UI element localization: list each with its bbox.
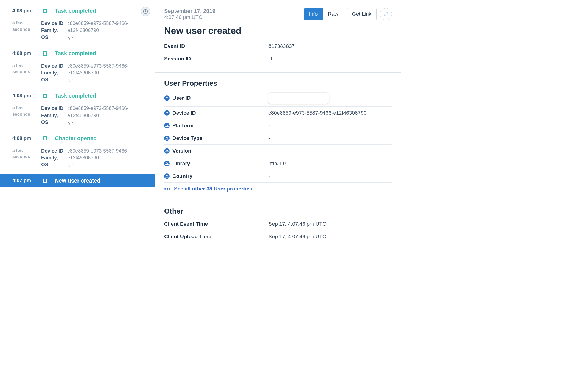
meta-value-family-os: -, - [67, 119, 155, 126]
prop-value: - [268, 148, 392, 154]
event-name: Chapter opened [55, 135, 97, 142]
event-type-icon [43, 9, 55, 13]
timeline-meta: a few seconds Device ID Family, OS c80e8… [0, 60, 155, 90]
prop-value: c80e8859-e973-5587-9466-e12f46306790 [268, 110, 392, 116]
event-type-icon [43, 179, 55, 183]
event-time: 4:08 pm [0, 51, 43, 56]
relative-time: a few seconds [0, 148, 41, 168]
detail-panel: September 17, 2019 4:07:46 pm UTC Info R… [155, 0, 401, 239]
expand-button[interactable] [380, 8, 392, 20]
timeline-meta: a few seconds Device ID Family, OS c80e8… [0, 145, 155, 175]
prop-label: User ID [172, 95, 191, 101]
detail-header: September 17, 2019 4:07:46 pm UTC Info R… [155, 0, 401, 25]
prop-row: Device ID c80e8859-e973-5587-9466-e12f46… [164, 107, 392, 119]
section-heading: User Properties [164, 79, 392, 88]
property-source-icon [164, 173, 170, 179]
meta-value-family-os: -, - [67, 76, 155, 83]
meta-label-device-id: Device ID [41, 105, 65, 112]
prop-row: User ID [164, 90, 392, 107]
prop-row: Event ID 817383837 [164, 40, 392, 52]
property-source-icon [164, 110, 170, 116]
prop-value: 817383837 [268, 43, 392, 49]
prop-value: -1 [268, 56, 392, 62]
timeline-meta-fragment: OS [0, 0, 155, 4]
timeline-event[interactable]: 4:08 pm Task completed [0, 89, 155, 102]
meta-label-family-os: Family, OS [41, 27, 65, 41]
expand-icon [383, 12, 388, 16]
prop-label: Client Upload Time [164, 234, 268, 239]
prop-value: - [268, 135, 392, 141]
event-type-icon [43, 51, 55, 56]
relative-time: a few seconds [0, 63, 41, 84]
app-container: OS 4:08 pm Task completed a few seconds … [0, 0, 401, 239]
get-link-button[interactable]: Get Link [347, 8, 377, 20]
meta-label-device-id: Device ID [41, 63, 65, 70]
property-source-icon [164, 161, 170, 166]
prop-row: Device Type - [164, 132, 392, 145]
detail-date: September 17, 2019 [164, 8, 215, 14]
timeline-panel: OS 4:08 pm Task completed a few seconds … [0, 0, 155, 239]
prop-value: Sep 17, 4:07:46 pm UTC [268, 234, 392, 239]
relative-time: a few seconds [0, 105, 41, 126]
other-section: Other Client Event Time Sep 17, 4:07:46 … [155, 200, 401, 239]
prop-row: Client Event Time Sep 17, 4:07:46 pm UTC [164, 218, 392, 230]
relative-time [0, 0, 43, 2]
prop-value: - [268, 173, 392, 179]
prop-label: Platform [172, 123, 194, 129]
property-source-icon [164, 136, 170, 141]
prop-label: Version [172, 148, 191, 154]
event-time: 4:07 pm [0, 178, 43, 184]
see-all-label: See all other 38 User properties [174, 186, 252, 192]
see-all-user-properties[interactable]: ••• See all other 38 User properties [164, 182, 392, 193]
tab-info[interactable]: Info [304, 8, 323, 20]
meta-value-family-os: -, - [67, 161, 155, 168]
info-raw-toggle: Info Raw [304, 8, 344, 20]
prop-value: Sep 17, 4:07:46 pm UTC [268, 221, 392, 227]
prop-row: Library http/1.0 [164, 157, 392, 170]
meta-value-device-id: c80e8859-e973-5587-9466-e12f46306790 [67, 63, 155, 76]
clock-icon-button[interactable] [141, 7, 150, 16]
event-name: New user created [55, 178, 100, 184]
meta-value-device-id: c80e8859-e973-5587-9466-e12f46306790 [67, 105, 155, 119]
prop-label: Library [172, 161, 190, 167]
event-name: Task completed [55, 8, 96, 14]
prop-row: Platform - [164, 119, 392, 132]
timeline-meta: a few seconds Device ID Family, OS c80e8… [0, 102, 155, 132]
meta-label-family-os: Family, OS [41, 112, 65, 126]
prop-label: Event ID [164, 43, 268, 49]
prop-label: Client Event Time [164, 221, 268, 227]
event-type-icon [43, 136, 55, 140]
prop-label: Country [172, 173, 192, 179]
property-source-icon [164, 123, 170, 128]
ellipsis-icon: ••• [164, 186, 171, 192]
relative-time: a few seconds [0, 20, 41, 41]
event-name: Task completed [55, 50, 96, 57]
user-properties-section: User Properties User ID Device ID [155, 72, 401, 200]
section-heading: Other [164, 207, 392, 215]
prop-value: - [268, 123, 392, 129]
event-time: 4:08 pm [0, 136, 43, 141]
timeline-event[interactable]: 4:08 pm Chapter opened [0, 132, 155, 145]
meta-label-os: OS [43, 0, 68, 2]
timeline-event[interactable]: 4:08 pm Task completed [0, 4, 155, 17]
prop-value-redacted [268, 93, 392, 104]
prop-row: Country - [164, 170, 392, 182]
timeline-event[interactable]: 4:08 pm Task completed [0, 47, 155, 60]
detail-time: 4:07:46 pm UTC [164, 14, 215, 20]
clock-icon [143, 9, 148, 14]
tab-raw[interactable]: Raw [323, 8, 343, 20]
prop-row: Version - [164, 145, 392, 157]
meta-label-family-os: Family, OS [41, 70, 65, 83]
timeline-event-selected[interactable]: 4:07 pm New user created [0, 174, 155, 187]
top-props-section: Event ID 817383837 Session ID -1 [155, 40, 401, 72]
prop-label: Device ID [172, 110, 196, 116]
detail-title: New user created [155, 25, 401, 40]
timeline-meta: a few seconds Device ID Family, OS c80e8… [0, 17, 155, 47]
meta-value-device-id: c80e8859-e973-5587-9466-e12f46306790 [67, 148, 155, 161]
meta-value-device-id: c80e8859-e973-5587-9466-e12f46306790 [67, 20, 155, 34]
prop-value: http/1.0 [268, 161, 392, 167]
prop-row: Client Upload Time Sep 17, 4:07:46 pm UT… [164, 230, 392, 239]
prop-label: Session ID [164, 56, 268, 62]
property-source-icon [164, 95, 170, 101]
prop-label: Device Type [172, 135, 202, 141]
